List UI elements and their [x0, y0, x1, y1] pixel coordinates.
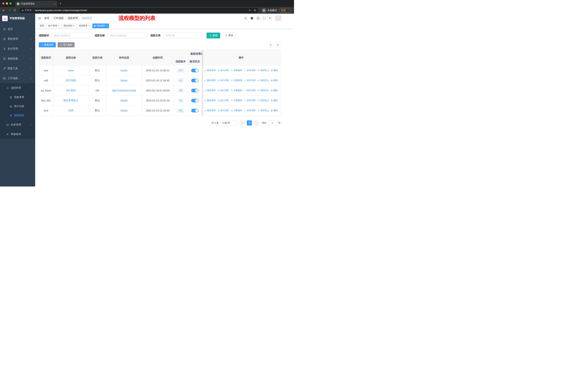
publish-process-link[interactable]: 发布流程 — [244, 79, 256, 82]
process-name-input[interactable] — [107, 33, 147, 39]
form-info-link[interactable]: biubiu — [121, 109, 127, 112]
sidebar-item[interactable]: 请假查询 — [0, 130, 35, 139]
page-size-select[interactable]: 10条/页 — [220, 120, 238, 125]
sidebar-item[interactable]: 支付管理 — [0, 44, 35, 54]
sidebar-collapse-button[interactable] — [38, 17, 41, 20]
edit-process-link[interactable]: 修改流程 — [204, 89, 216, 92]
sidebar-item[interactable]: 流程表单 — [0, 93, 35, 102]
breadcrumb-item[interactable]: 首页 — [44, 17, 49, 20]
process-definition-link[interactable]: 流程定义 — [257, 79, 269, 82]
sidebar-item[interactable]: 用户分组 — [0, 102, 35, 111]
sidebar-logo[interactable]: 芋道管理系统 — [0, 14, 35, 23]
reload-button[interactable] — [12, 8, 17, 13]
process-key-input[interactable] — [52, 33, 92, 39]
fullscreen-button[interactable] — [263, 17, 266, 20]
user-avatar[interactable] — [275, 15, 281, 21]
sidebar-item[interactable]: 首页 — [0, 24, 35, 34]
tag-close-icon[interactable]: × — [73, 25, 75, 27]
search-submit-button[interactable]: 搜索 — [207, 33, 220, 39]
sidebar-item[interactable]: 工作流程 — [0, 73, 35, 83]
assign-rule-link[interactable]: 分配规则 — [231, 69, 242, 72]
refresh-table-button[interactable] — [275, 42, 281, 48]
tag-item[interactable]: 流程表单× — [77, 23, 92, 28]
publish-process-link[interactable]: 发布流程 — [244, 99, 256, 102]
create-process-button[interactable]: 新建流程 — [39, 42, 56, 47]
page-number-button[interactable]: 1 — [247, 120, 252, 125]
show-search-button[interactable] — [268, 42, 273, 48]
design-process-link[interactable]: 设计流程 — [217, 69, 229, 72]
form-info-link[interactable]: biubiu — [121, 99, 127, 102]
form-info-link[interactable]: biubiu — [121, 69, 127, 72]
process-definition-link[interactable]: 流程定义 — [257, 99, 269, 102]
active-status-toggle[interactable] — [191, 89, 199, 92]
prev-page-button[interactable] — [240, 120, 245, 125]
process-definition-link[interactable]: 流程定义 — [257, 89, 269, 92]
bookmark-star-button[interactable] — [253, 9, 256, 12]
window-zoom-button[interactable] — [10, 2, 12, 5]
help-button[interactable]: ? — [257, 17, 260, 20]
process-definition-link[interactable]: 流程定义 — [257, 69, 269, 72]
new-tab-button[interactable]: + — [57, 2, 64, 7]
edit-process-link[interactable]: 修改流程 — [204, 109, 216, 112]
url-text[interactable]: dashboard.yudao.iocoder.cn/bpm/manager/m… — [35, 9, 87, 12]
assign-rule-link[interactable]: 分配规则 — [231, 89, 242, 92]
design-process-link[interactable]: 设计流程 — [217, 89, 229, 92]
form-info-link[interactable]: /bpm/oa/leave/create — [112, 89, 136, 92]
process-name-link[interactable]: OA 请假 — [66, 89, 75, 92]
forward-button[interactable] — [7, 8, 12, 13]
tag-item[interactable]: 首页 — [38, 23, 46, 28]
edit-process-link[interactable]: 修改流程 — [204, 79, 216, 82]
process-name-link[interactable]: 测试多审批人 — [63, 99, 79, 102]
edit-process-link[interactable]: 修改流程 — [204, 69, 216, 72]
window-minimize-button[interactable] — [6, 2, 8, 5]
import-process-button[interactable]: 导入流程 — [58, 42, 74, 47]
browser-tab[interactable]: 芋道管理系统 × — [15, 1, 57, 7]
version-badge[interactable]: v21 — [177, 109, 184, 112]
process-name-link[interactable]: eeee — [68, 69, 74, 72]
active-status-toggle[interactable] — [191, 69, 199, 72]
active-status-toggle[interactable] — [191, 79, 199, 82]
assign-rule-link[interactable]: 分配规则 — [231, 99, 242, 102]
password-key-button[interactable] — [249, 9, 251, 12]
version-badge[interactable]: v2 — [178, 79, 184, 82]
sidebar-item[interactable]: 系统管理 — [0, 34, 35, 44]
delete-link[interactable]: 删除 — [271, 99, 278, 102]
publish-process-link[interactable]: 发布流程 — [244, 109, 256, 112]
design-process-link[interactable]: 设计流程 — [217, 99, 229, 102]
sidebar-item[interactable]: 任务管理 — [0, 120, 35, 130]
back-button[interactable] — [1, 8, 6, 13]
version-badge[interactable]: v5 — [178, 89, 184, 92]
delete-link[interactable]: 删除 — [271, 89, 278, 92]
publish-process-link[interactable]: 发布流程 — [244, 89, 256, 92]
version-badge[interactable]: v17 — [177, 69, 184, 72]
github-button[interactable] — [250, 17, 253, 20]
sidebar-item[interactable]: 流程管理 — [0, 83, 35, 93]
assign-rule-link[interactable]: 分配规则 — [231, 109, 242, 112]
delete-link[interactable]: 删除 — [271, 109, 278, 112]
process-name-link[interactable]: 自己审批 — [66, 79, 76, 82]
window-close-button[interactable] — [2, 2, 4, 5]
active-status-toggle[interactable] — [191, 99, 199, 102]
design-process-link[interactable]: 设计流程 — [217, 109, 229, 112]
font-size-button[interactable]: TT — [269, 17, 272, 20]
search-button[interactable] — [244, 17, 247, 20]
delete-link[interactable]: 删除 — [271, 79, 278, 82]
publish-process-link[interactable]: 发布流程 — [244, 69, 256, 72]
tag-item[interactable]: 租户管理× — [47, 23, 61, 28]
security-chip[interactable]: 不安全 — [21, 9, 32, 12]
design-process-link[interactable]: 设计流程 — [217, 79, 229, 82]
assign-rule-link[interactable]: 分配规则 — [231, 79, 242, 82]
edit-process-link[interactable]: 修改流程 — [204, 99, 216, 102]
breadcrumb-item[interactable]: 工作流程 — [53, 17, 64, 20]
form-info-link[interactable]: biubiu — [121, 79, 127, 82]
breadcrumb-item[interactable]: 流程管理 — [68, 17, 78, 20]
process-definition-link[interactable]: 流程定义 — [257, 109, 269, 112]
process-name-link[interactable]: 滔博 — [68, 109, 74, 112]
active-status-toggle[interactable] — [191, 109, 199, 112]
tag-close-icon[interactable]: × — [58, 25, 59, 27]
tag-close-icon[interactable]: × — [106, 25, 107, 27]
next-page-button[interactable] — [254, 120, 259, 125]
delete-link[interactable]: 删除 — [271, 69, 278, 72]
address-bar[interactable]: 不安全 | dashboard.yudao.iocoder.cn/bpm/man… — [19, 8, 258, 13]
sidebar-item[interactable]: 基础设施 — [0, 54, 35, 64]
